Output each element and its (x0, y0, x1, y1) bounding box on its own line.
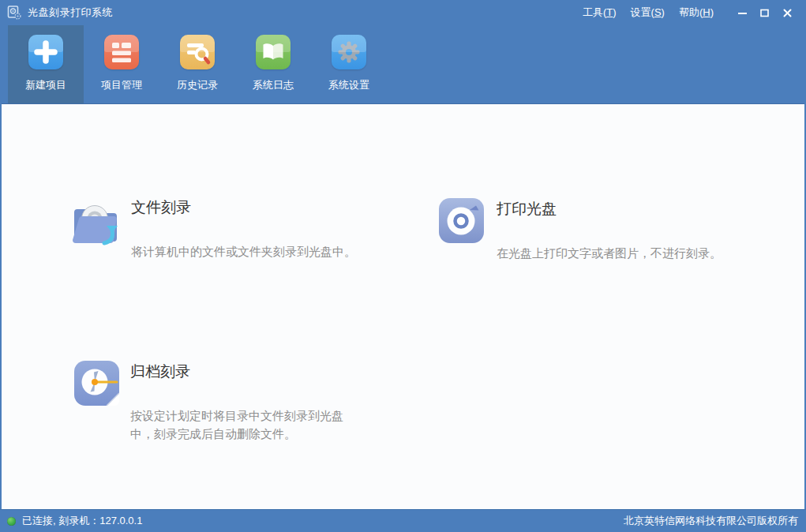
list-icon (104, 35, 139, 69)
book-icon (256, 35, 291, 69)
toolbar-item-label: 系统设置 (328, 78, 369, 92)
main-content: 文件刻录 将计算机中的文件或文件夹刻录到光盘中。 打印光盘 在光盘上打印文字或者… (2, 103, 804, 509)
archive-clock-icon (74, 361, 119, 443)
print-disc-icon (439, 198, 484, 262)
menu-help[interactable]: 帮助(H) (672, 2, 721, 23)
card-title: 打印光盘 (497, 199, 722, 219)
card-description: 按设定计划定时将目录中文件刻录到光盘中，刻录完成后自动删除文件。 (130, 406, 355, 443)
menu-tools[interactable]: 工具(T) (575, 2, 624, 23)
card-archive-burn[interactable]: 归档刻录 按设定计划定时将目录中文件刻录到光盘中，刻录完成后自动删除文件。 (74, 361, 355, 443)
card-file-burn[interactable]: 文件刻录 将计算机中的文件或文件夹刻录到光盘中。 (71, 197, 356, 260)
toolbar-item-history[interactable]: 历史记录 (159, 25, 235, 103)
window-title: 光盘刻录打印系统 (28, 6, 113, 20)
card-description: 在光盘上打印文字或者图片，不进行刻录。 (497, 244, 722, 262)
toolbar-item-label: 系统日志 (253, 78, 294, 92)
connection-status: 已连接, 刻录机：127.0.0.1 (22, 514, 142, 528)
menu-settings[interactable]: 设置(S) (624, 2, 672, 23)
main-toolbar: 新建项目 项目管理 历史记录 (0, 25, 806, 103)
search-list-icon (180, 35, 215, 69)
folder-disc-icon (71, 197, 120, 260)
toolbar-item-label: 项目管理 (101, 78, 142, 92)
close-icon[interactable] (776, 4, 798, 21)
card-title: 归档刻录 (130, 362, 355, 382)
status-bar: 已连接, 刻录机：127.0.0.1 北京英特信网络科技有限公司版权所有 (0, 509, 806, 532)
plus-icon (28, 35, 63, 69)
toolbar-item-label: 历史记录 (177, 78, 218, 92)
card-description: 将计算机中的文件或文件夹刻录到光盘中。 (131, 242, 356, 260)
connected-status-icon (7, 517, 16, 526)
copyright-text: 北京英特信网络科技有限公司版权所有 (624, 514, 798, 528)
gear-icon (332, 35, 366, 69)
toolbar-item-system-log[interactable]: 系统日志 (235, 25, 311, 103)
card-print-disc[interactable]: 打印光盘 在光盘上打印文字或者图片，不进行刻录。 (439, 198, 722, 262)
toolbar-item-system-settings[interactable]: 系统设置 (311, 25, 387, 103)
title-bar: 光盘刻录打印系统 工具(T) 设置(S) 帮助(H) (0, 0, 806, 25)
toolbar-item-new-project[interactable]: 新建项目 (8, 25, 84, 103)
minimize-icon[interactable] (732, 4, 754, 21)
toolbar-item-project-management[interactable]: 项目管理 (84, 25, 159, 103)
maximize-icon[interactable] (754, 4, 776, 21)
app-logo-icon (6, 5, 22, 21)
card-title: 文件刻录 (131, 197, 356, 218)
toolbar-item-label: 新建项目 (25, 78, 66, 92)
